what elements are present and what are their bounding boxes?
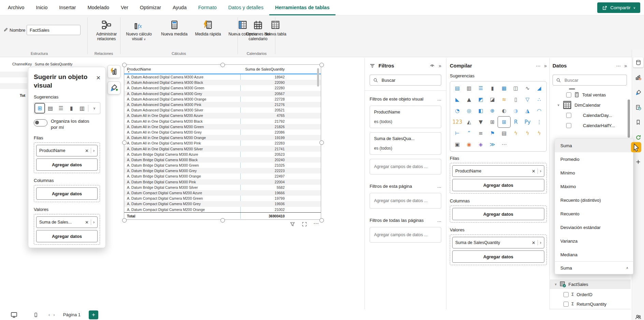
- next-page-icon[interactable]: ›: [53, 312, 55, 317]
- stacked-bar-chart-icon[interactable]: ▤: [46, 104, 55, 113]
- chevron-down-icon[interactable]: ∨: [90, 104, 99, 113]
- focus-mode-icon[interactable]: [302, 222, 307, 227]
- selection-handle[interactable]: [319, 140, 324, 145]
- expand-field-icon[interactable]: ›: [93, 220, 95, 225]
- table-row[interactable]: A. Datum Advanced Digital Camera M300 Gr…: [124, 91, 321, 96]
- table-row[interactable]: A. Datum All in One Digital Camera M200 …: [124, 140, 321, 146]
- tree-item-calendarday[interactable]: CalendarDay...: [553, 110, 630, 120]
- selection-handle[interactable]: [319, 63, 324, 67]
- line-chart-icon[interactable]: ∿: [522, 83, 533, 93]
- aggregation-menu-footer[interactable]: Suma ∧: [555, 261, 633, 274]
- tree-item-dimcalendar[interactable]: ∨ DimCalendar: [553, 100, 630, 110]
- funnel-chart-icon[interactable]: ▽: [522, 94, 533, 105]
- kpi-icon[interactable]: ◭: [463, 117, 475, 127]
- filled-map-icon[interactable]: ◐: [498, 106, 510, 116]
- goals-icon[interactable]: ⚑: [487, 128, 498, 138]
- paginated-report-icon[interactable]: ▤: [498, 128, 510, 138]
- table-row[interactable]: A. Datum Bridge Digital Camera M300 Gree…: [124, 163, 321, 168]
- table-row[interactable]: A. Datum All in One Digital Camera M200 …: [124, 129, 321, 135]
- smart-narrative-icon[interactable]: ≡: [475, 128, 487, 138]
- power-automate-icon[interactable]: ≫: [487, 139, 498, 150]
- menu-tab[interactable]: Modelado: [82, 0, 115, 15]
- checkbox[interactable]: [563, 302, 569, 307]
- ribbon-button[interactable]: Medida rápida ∨: [193, 18, 223, 42]
- tree-item-factsales[interactable]: ∨ FactSales: [550, 279, 631, 289]
- clustered-bar-chart-icon[interactable]: ☰: [56, 104, 66, 113]
- more-options-icon[interactable]: ...: [437, 96, 441, 102]
- table-row[interactable]: A. Datum Advanced Digital Camera M300 Bl…: [124, 80, 321, 85]
- stacked-bar-chart-2-icon[interactable]: ☰: [475, 83, 487, 93]
- bar-column-chart-icon[interactable]: ▥: [77, 104, 87, 113]
- table-row[interactable]: A. Datum Bridge Digital Camera M300 Grey…: [124, 168, 321, 173]
- remove-field-icon[interactable]: ✕: [532, 240, 535, 245]
- more-options-icon[interactable]: ...: [437, 217, 441, 223]
- add-pane-icon[interactable]: [633, 157, 643, 167]
- tree-item-calendarhalfy[interactable]: CalendarHalfY...: [553, 120, 630, 131]
- donut-chart-icon[interactable]: ◎: [463, 106, 475, 116]
- qa-icon[interactable]: “: [463, 128, 475, 138]
- previous-page-icon[interactable]: ‹: [48, 312, 50, 317]
- line-stacked-column-icon[interactable]: ◩: [475, 94, 487, 105]
- arcgis-map-icon[interactable]: ◉: [463, 139, 475, 150]
- gauge-icon[interactable]: ◠: [533, 106, 545, 116]
- pie-chart-icon[interactable]: ◔: [452, 106, 463, 116]
- menu-tab[interactable]: Insertar: [53, 0, 82, 15]
- table-row[interactable]: A. Datum All in One Digital Camera M200 …: [124, 119, 321, 124]
- menu-tab[interactable]: Ver: [115, 0, 134, 15]
- table-row[interactable]: A. Datum All in One Digital Camera M200 …: [124, 124, 321, 129]
- add-data-button[interactable]: Agregar datos: [452, 250, 544, 263]
- new-page-button[interactable]: +: [89, 310, 98, 319]
- checkbox[interactable]: [566, 113, 571, 118]
- menu-item[interactable]: Desviación estándar: [555, 220, 633, 234]
- chevron-down-icon[interactable]: ∨: [555, 283, 557, 286]
- table-row[interactable]: A. Datum All in One Digital Camera M200 …: [124, 135, 321, 140]
- visual-scrollbar[interactable]: [317, 68, 319, 87]
- table-row[interactable]: A. Datum Advanced Digital Camera M300 Or…: [124, 96, 321, 102]
- power-apps-icon[interactable]: ◈: [475, 139, 487, 150]
- field-chip-sum-salesquantity[interactable]: Suma de SalesQuantity ✕ ›: [452, 237, 544, 248]
- collapse-pane-icon[interactable]: »: [544, 63, 547, 68]
- stacked-area-chart-icon[interactable]: ◣: [452, 94, 463, 105]
- menu-tab[interactable]: Formato: [192, 0, 223, 15]
- tree-item-returnquantity[interactable]: Σ ReturnQuantity: [550, 299, 631, 309]
- tree-scrollbar[interactable]: [628, 100, 630, 138]
- checkbox[interactable]: [563, 292, 569, 297]
- menu-item[interactable]: Varianza: [555, 234, 633, 248]
- stacked-bar-chart-icon[interactable]: ▤: [452, 83, 463, 93]
- chevron-down-icon[interactable]: ∨: [557, 103, 560, 107]
- add-filter-fields-card[interactable]: Agregar campos de datos ...: [370, 193, 441, 209]
- add-data-button[interactable]: Agregar datos: [452, 208, 544, 220]
- area-chart-icon[interactable]: ◢: [533, 83, 545, 93]
- ribbon-chart-icon[interactable]: ≋: [498, 94, 510, 105]
- stacked-bar-100-icon[interactable]: ▦: [498, 83, 510, 93]
- data-search-input[interactable]: [564, 77, 624, 83]
- ribbon-button[interactable]: Administrar relaciones: [89, 18, 124, 41]
- more-options-icon[interactable]: ⋯: [536, 63, 541, 68]
- table-row[interactable]: A. Datum Compact Digital Camera M200 Ora…: [124, 207, 321, 212]
- table-row[interactable]: A. Datum Compact Digital Camera M200 Gre…: [124, 196, 321, 201]
- collapse-pane-icon[interactable]: »: [439, 63, 441, 68]
- menu-item[interactable]: Suma: [555, 139, 633, 152]
- table-visual[interactable]: ProductName Suma de SalesQuantity ▲ A. D…: [124, 64, 321, 220]
- menu-tab[interactable]: Ayuda: [167, 0, 192, 15]
- filter-card-productname[interactable]: ProductName es (todos): [370, 106, 441, 128]
- line-clustered-column-icon[interactable]: ◪: [487, 94, 498, 105]
- menu-item[interactable]: Mediana: [555, 248, 633, 261]
- remove-field-icon[interactable]: ✕: [85, 148, 89, 153]
- area-100-chart-icon[interactable]: ▲: [463, 94, 475, 105]
- map-icon[interactable]: ⊕: [487, 106, 498, 116]
- selection-handle[interactable]: [220, 218, 225, 223]
- remove-field-icon[interactable]: ✕: [85, 220, 89, 225]
- table-row[interactable]: A. Datum Compact Digital Camera M200 Gre…: [124, 201, 321, 207]
- table-row[interactable]: A. Datum Bridge Digital Camera M300 Pink…: [124, 179, 321, 185]
- checkbox[interactable]: [566, 123, 571, 128]
- organize-data-toggle[interactable]: [34, 119, 47, 126]
- table-row[interactable]: A. Datum Advanced Digital Camera M300 Si…: [124, 107, 321, 113]
- ribbon-button[interactable]: Nueva medida ∨: [159, 18, 189, 42]
- waterfall-chart-icon[interactable]: ▯: [510, 94, 521, 105]
- shape-map-icon[interactable]: ◑: [510, 106, 521, 116]
- add-filter-fields-card[interactable]: Agregar campos de datos ...: [370, 159, 441, 174]
- bookmarks-pane-icon[interactable]: [633, 117, 643, 127]
- table-row[interactable]: A. Datum Bridge Digital Camera M300 Blac…: [124, 157, 321, 163]
- table-row[interactable]: A. Datum All in One Digital Camera M200 …: [124, 113, 321, 118]
